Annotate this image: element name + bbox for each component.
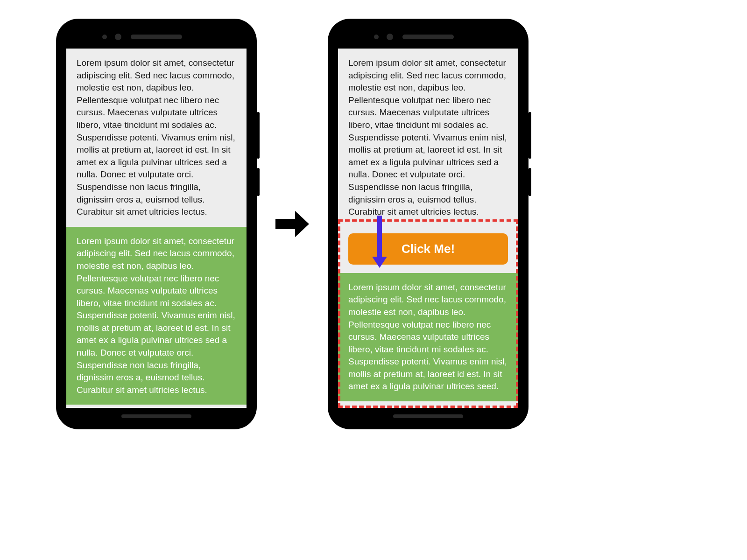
earpiece-icon [131,35,182,39]
layout-shift-diagram: Lorem ipsum dolor sit amet, consectetur … [56,19,529,429]
home-bar-icon [121,414,191,418]
side-button [529,168,531,196]
text-block-top: Lorem ipsum dolor sit amet, consectetur … [66,49,247,227]
text-block-bottom: Lorem ipsum dolor sit amet, consectetur … [66,227,247,405]
arrow-right-icon [275,211,309,237]
phone-before: Lorem ipsum dolor sit amet, consectetur … [56,19,257,429]
text-block-top: Lorem ipsum dolor sit amet, consectetur … [338,49,518,227]
side-button [257,112,260,159]
sensor-icon [102,35,107,39]
screen-after[interactable]: Lorem ipsum dolor sit amet, consectetur … [338,49,518,408]
sensor-icon [374,35,379,39]
home-bar-icon [393,414,463,418]
phone-top-bar [63,25,250,49]
side-button [529,112,531,159]
camera-icon [115,34,121,40]
side-button [257,168,260,196]
phone-inner: Lorem ipsum dolor sit amet, consectetur … [63,25,250,423]
phone-after: Lorem ipsum dolor sit amet, consectetur … [328,19,529,429]
phone-inner: Lorem ipsum dolor sit amet, consectetur … [334,25,522,423]
camera-icon [387,34,393,40]
arrow-down-icon [377,216,387,268]
earpiece-icon [402,35,454,39]
phone-top-bar [334,25,522,49]
screen-before[interactable]: Lorem ipsum dolor sit amet, consectetur … [66,49,247,408]
text-block-bottom-shifted: Lorem ipsum dolor sit amet, consectetur … [338,273,518,401]
